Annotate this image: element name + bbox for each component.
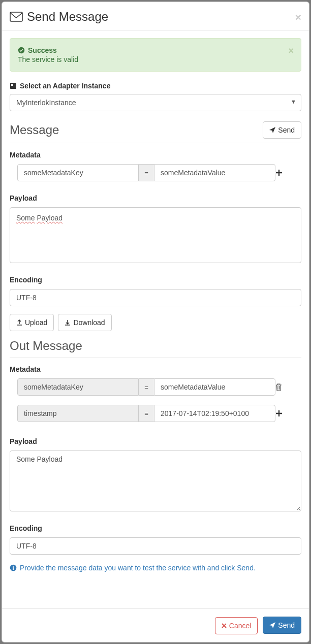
message-heading: Message <box>10 123 59 137</box>
out-payload-textarea[interactable]: Some Payload <box>10 450 301 511</box>
upload-button[interactable]: Upload <box>10 314 54 331</box>
alert-title: Success <box>28 46 57 54</box>
trash-icon <box>275 383 294 391</box>
out-metadata-value-input[interactable] <box>154 405 275 422</box>
payload-word: Some <box>16 214 35 222</box>
svg-rect-0 <box>10 12 22 21</box>
success-alert: Success The service is valid × <box>10 38 301 72</box>
send-button[interactable]: Send <box>263 617 301 634</box>
out-encoding-label: Encoding <box>10 524 301 532</box>
payload-textarea[interactable]: Some Payload <box>10 207 301 263</box>
message-section-header: Message Send <box>10 121 301 143</box>
out-metadata-label: Metadata <box>10 365 301 373</box>
add-out-metadata-button[interactable] <box>275 410 294 417</box>
info-text: Provide the message data you want to tes… <box>20 564 256 572</box>
paper-plane-icon <box>269 127 275 133</box>
modal-header: Send Message × <box>2 2 309 30</box>
out-metadata-key-input <box>17 405 139 422</box>
x-icon <box>222 623 227 628</box>
svg-rect-3 <box>11 84 13 86</box>
out-metadata-row: = <box>10 405 301 422</box>
download-icon <box>65 319 71 326</box>
delete-metadata-button[interactable] <box>275 383 294 391</box>
envelope-icon <box>10 12 23 22</box>
metadata-label: Metadata <box>10 151 301 159</box>
svg-rect-6 <box>13 567 14 570</box>
info-line: Provide the message data you want to tes… <box>10 564 301 572</box>
send-message-modal: Send Message × Success The service is va… <box>2 2 309 642</box>
check-circle-icon <box>18 47 25 54</box>
modal-footer: Cancel Send <box>2 608 309 642</box>
out-payload-label: Payload <box>10 437 301 445</box>
adapter-icon <box>10 82 17 89</box>
out-message-heading: Out Message <box>10 339 82 353</box>
out-metadata-value-input[interactable] <box>154 378 275 396</box>
metadata-row: = <box>10 164 301 181</box>
alert-message: The service is valid <box>18 55 293 63</box>
out-metadata-row: = <box>10 378 301 396</box>
plus-icon <box>275 410 294 417</box>
modal-title-text: Send Message <box>27 10 108 24</box>
equals-label: = <box>139 164 154 181</box>
payload-word: Payload <box>37 214 63 222</box>
paper-plane-icon <box>269 622 275 628</box>
close-icon[interactable]: × <box>295 12 301 22</box>
out-metadata-key-input <box>17 378 139 396</box>
payload-label: Payload <box>10 194 301 202</box>
adapter-select[interactable]: MyInterlokInstance <box>10 94 301 111</box>
metadata-key-input[interactable] <box>17 164 139 181</box>
modal-title: Send Message <box>10 10 108 24</box>
adapter-label: Select an Adapter Instance <box>10 82 301 90</box>
alert-close-icon[interactable]: × <box>288 46 294 56</box>
out-encoding-input[interactable] <box>10 537 301 555</box>
svg-point-5 <box>13 566 14 567</box>
encoding-label: Encoding <box>10 276 301 284</box>
equals-label: = <box>139 378 154 396</box>
download-button[interactable]: Download <box>58 314 111 331</box>
out-message-section-header: Out Message <box>10 339 301 358</box>
modal-body: Success The service is valid × Select an… <box>2 30 309 608</box>
metadata-value-input[interactable] <box>154 164 275 181</box>
encoding-input[interactable] <box>10 289 301 306</box>
equals-label: = <box>139 405 154 422</box>
info-circle-icon <box>10 564 17 571</box>
cancel-button[interactable]: Cancel <box>215 617 258 634</box>
send-button-inline[interactable]: Send <box>263 121 301 139</box>
upload-icon <box>16 319 22 326</box>
add-metadata-button[interactable] <box>275 169 294 176</box>
